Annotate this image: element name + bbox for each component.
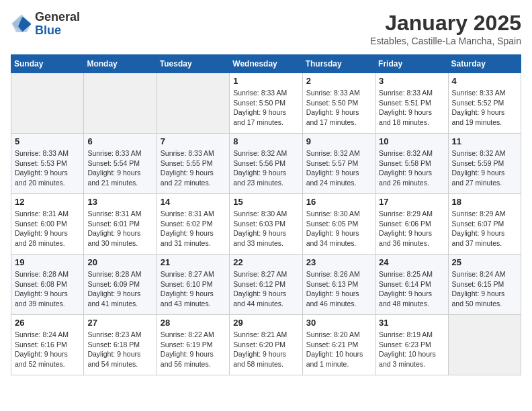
day-info: Sunrise: 8:31 AMSunset: 6:00 PMDaylight:… [15,209,80,248]
weekday-header-friday: Friday [375,55,448,73]
day-info: Sunrise: 8:33 AMSunset: 5:51 PMDaylight:… [379,88,444,128]
page-header: General Blue January 2025 Estables, Cast… [11,11,521,46]
day-number: 2 [306,76,371,86]
calendar-cell [448,315,521,375]
calendar-cell: 1Sunrise: 8:33 AMSunset: 5:50 PMDaylight… [230,73,302,134]
day-info: Sunrise: 8:29 AMSunset: 6:06 PMDaylight:… [379,209,444,248]
day-number: 5 [15,136,80,146]
day-number: 8 [233,136,298,146]
calendar-cell: 8Sunrise: 8:32 AMSunset: 5:56 PMDaylight… [230,134,302,194]
day-info: Sunrise: 8:19 AMSunset: 6:23 PMDaylight:… [379,330,444,369]
day-info: Sunrise: 8:27 AMSunset: 6:10 PMDaylight:… [161,269,226,309]
weekday-header-monday: Monday [84,55,157,73]
day-info: Sunrise: 8:32 AMSunset: 5:59 PMDaylight:… [452,148,517,188]
day-info: Sunrise: 8:31 AMSunset: 6:01 PMDaylight:… [87,209,152,248]
weekday-header-row: SundayMondayTuesdayWednesdayThursdayFrid… [11,55,521,73]
day-number: 20 [87,257,152,267]
calendar-cell [157,73,229,134]
calendar-cell [11,73,84,134]
day-info: Sunrise: 8:32 AMSunset: 5:57 PMDaylight:… [306,148,371,188]
day-info: Sunrise: 8:32 AMSunset: 5:58 PMDaylight:… [379,148,444,188]
day-info: Sunrise: 8:33 AMSunset: 5:54 PMDaylight:… [87,148,152,188]
calendar-cell: 23Sunrise: 8:26 AMSunset: 6:13 PMDayligh… [302,255,375,315]
day-info: Sunrise: 8:24 AMSunset: 6:15 PMDaylight:… [452,269,517,309]
day-number: 27 [87,318,152,328]
day-number: 14 [161,197,226,207]
calendar-cell: 10Sunrise: 8:32 AMSunset: 5:58 PMDayligh… [375,134,448,194]
calendar-cell: 4Sunrise: 8:33 AMSunset: 5:52 PMDaylight… [448,73,521,134]
calendar-cell: 12Sunrise: 8:31 AMSunset: 6:00 PMDayligh… [11,194,84,255]
day-number: 18 [452,197,517,207]
day-number: 3 [379,76,444,86]
calendar-subtitle: Estables, Castille-La Mancha, Spain [370,36,521,46]
calendar-cell: 29Sunrise: 8:21 AMSunset: 6:20 PMDayligh… [230,315,302,375]
day-info: Sunrise: 8:29 AMSunset: 6:07 PMDaylight:… [452,209,517,248]
calendar-cell: 21Sunrise: 8:27 AMSunset: 6:10 PMDayligh… [157,255,229,315]
day-number: 1 [233,76,298,86]
weekday-header-tuesday: Tuesday [157,55,229,73]
day-number: 12 [15,197,80,207]
day-number: 16 [306,197,371,207]
week-row-1: 1Sunrise: 8:33 AMSunset: 5:50 PMDaylight… [11,73,521,134]
week-row-5: 26Sunrise: 8:24 AMSunset: 6:16 PMDayligh… [11,315,521,375]
calendar-cell: 22Sunrise: 8:27 AMSunset: 6:12 PMDayligh… [230,255,302,315]
week-row-4: 19Sunrise: 8:28 AMSunset: 6:08 PMDayligh… [11,255,521,315]
calendar-cell [84,73,157,134]
day-number: 28 [161,318,226,328]
day-info: Sunrise: 8:28 AMSunset: 6:08 PMDaylight:… [15,269,80,309]
calendar-cell: 28Sunrise: 8:22 AMSunset: 6:19 PMDayligh… [157,315,229,375]
day-info: Sunrise: 8:30 AMSunset: 6:05 PMDaylight:… [306,209,371,248]
day-number: 6 [87,136,152,146]
day-number: 17 [379,197,444,207]
day-info: Sunrise: 8:32 AMSunset: 5:56 PMDaylight:… [233,148,298,188]
calendar-cell: 2Sunrise: 8:33 AMSunset: 5:50 PMDaylight… [302,73,375,134]
title-block: January 2025 Estables, Castille-La Manch… [370,11,521,46]
day-info: Sunrise: 8:33 AMSunset: 5:50 PMDaylight:… [306,88,371,128]
logo-text: General Blue [35,11,80,38]
day-number: 19 [15,257,80,267]
calendar-cell: 6Sunrise: 8:33 AMSunset: 5:54 PMDaylight… [84,134,157,194]
logo-icon [11,13,32,35]
weekday-header-saturday: Saturday [448,55,521,73]
logo: General Blue [11,11,80,38]
weekday-header-sunday: Sunday [11,55,84,73]
weekday-header-thursday: Thursday [302,55,375,73]
day-info: Sunrise: 8:25 AMSunset: 6:14 PMDaylight:… [379,269,444,309]
day-info: Sunrise: 8:30 AMSunset: 6:03 PMDaylight:… [233,209,298,248]
calendar-cell: 7Sunrise: 8:33 AMSunset: 5:55 PMDaylight… [157,134,229,194]
calendar-cell: 3Sunrise: 8:33 AMSunset: 5:51 PMDaylight… [375,73,448,134]
day-number: 4 [452,76,517,86]
day-number: 21 [161,257,226,267]
calendar-cell: 25Sunrise: 8:24 AMSunset: 6:15 PMDayligh… [448,255,521,315]
logo-blue-text: Blue [35,24,80,38]
week-row-3: 12Sunrise: 8:31 AMSunset: 6:00 PMDayligh… [11,194,521,255]
calendar-cell: 31Sunrise: 8:19 AMSunset: 6:23 PMDayligh… [375,315,448,375]
day-info: Sunrise: 8:22 AMSunset: 6:19 PMDaylight:… [161,330,226,369]
calendar-cell: 13Sunrise: 8:31 AMSunset: 6:01 PMDayligh… [84,194,157,255]
day-number: 11 [452,136,517,146]
calendar-cell: 26Sunrise: 8:24 AMSunset: 6:16 PMDayligh… [11,315,84,375]
week-row-2: 5Sunrise: 8:33 AMSunset: 5:53 PMDaylight… [11,134,521,194]
calendar-cell: 20Sunrise: 8:28 AMSunset: 6:09 PMDayligh… [84,255,157,315]
day-number: 31 [379,318,444,328]
day-info: Sunrise: 8:33 AMSunset: 5:52 PMDaylight:… [452,88,517,128]
calendar-cell: 16Sunrise: 8:30 AMSunset: 6:05 PMDayligh… [302,194,375,255]
day-number: 24 [379,257,444,267]
day-number: 13 [87,197,152,207]
day-info: Sunrise: 8:33 AMSunset: 5:55 PMDaylight:… [161,148,226,188]
day-number: 7 [161,136,226,146]
calendar-cell: 24Sunrise: 8:25 AMSunset: 6:14 PMDayligh… [375,255,448,315]
day-number: 23 [306,257,371,267]
day-number: 15 [233,197,298,207]
day-info: Sunrise: 8:24 AMSunset: 6:16 PMDaylight:… [15,330,80,369]
logo-general-text: General [35,11,80,24]
day-info: Sunrise: 8:26 AMSunset: 6:13 PMDaylight:… [306,269,371,309]
calendar-cell: 15Sunrise: 8:30 AMSunset: 6:03 PMDayligh… [230,194,302,255]
calendar-cell: 11Sunrise: 8:32 AMSunset: 5:59 PMDayligh… [448,134,521,194]
day-number: 26 [15,318,80,328]
day-number: 9 [306,136,371,146]
calendar-cell: 30Sunrise: 8:20 AMSunset: 6:21 PMDayligh… [302,315,375,375]
day-number: 30 [306,318,371,328]
calendar-table: SundayMondayTuesdayWednesdayThursdayFrid… [11,54,521,375]
calendar-cell: 14Sunrise: 8:31 AMSunset: 6:02 PMDayligh… [157,194,229,255]
